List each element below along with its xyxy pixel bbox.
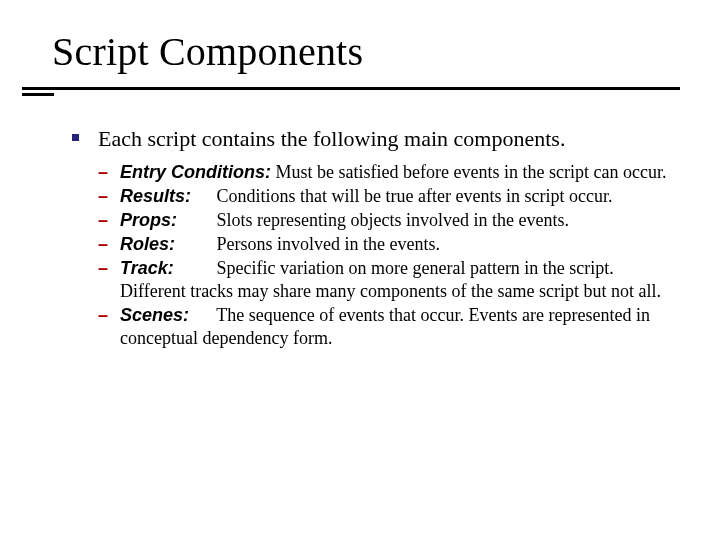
bullet-level1-text: Each script contains the following main … [98,126,565,151]
dash-icon: – [98,304,108,327]
sub-bullet: – Track: Specific variation on more gene… [98,257,670,303]
dash-icon: – [98,185,108,208]
dash-icon: – [98,233,108,256]
term: Roles [120,234,169,254]
dash-icon: – [98,209,108,232]
dash-icon: – [98,257,108,280]
slide-title: Script Components [52,28,680,75]
sub-bullet: – Scenes: The sequence of events that oc… [98,304,670,350]
definition: Must be satisfied before events in the s… [276,162,667,182]
sub-bullet: – Results: Conditions that will be true … [98,185,670,208]
term: Scenes [120,305,183,325]
term: Entry Conditions [120,162,265,182]
definition: Persons involved in the events. [217,234,440,254]
definition: Conditions that will be true after event… [217,186,613,206]
title-underline [52,83,680,95]
sub-bullet: – Entry Conditions: Must be satisfied be… [98,161,670,184]
term: Props [120,210,171,230]
definition: Slots representing objects involved in t… [217,210,569,230]
sub-bullet-list: – Entry Conditions: Must be satisfied be… [72,161,670,350]
sub-bullet: – Props: Slots representing objects invo… [98,209,670,232]
square-bullet-icon [72,134,79,141]
dash-icon: – [98,161,108,184]
sub-bullet: – Roles: Persons involved in the events. [98,233,670,256]
bullet-level1: Each script contains the following main … [72,125,670,153]
slide-body: Each script contains the following main … [72,125,670,351]
term: Results [120,186,185,206]
term: Track [120,258,168,278]
